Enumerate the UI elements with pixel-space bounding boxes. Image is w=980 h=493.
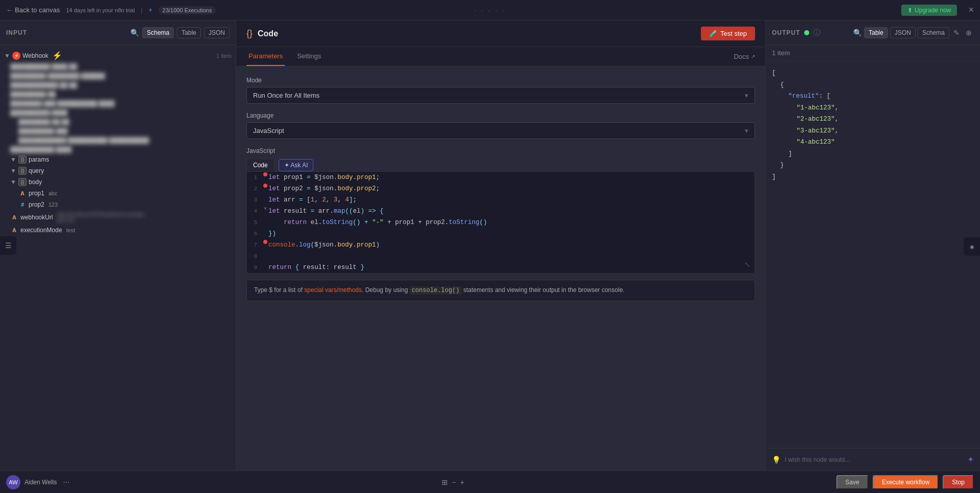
list-item: ██████████ ████ ██ xyxy=(0,62,236,71)
collapse-toggle[interactable]: ▼ xyxy=(10,167,16,174)
search-button[interactable]: 🔍 xyxy=(130,29,139,37)
language-select[interactable]: JavaScript ▾ xyxy=(246,122,755,139)
code-line-9: 9 return { result: result } xyxy=(247,262,755,273)
tree-node-label: webhookUrl xyxy=(20,214,53,221)
list-item: ████████████ ██ ██ xyxy=(0,80,236,89)
tab-parameters[interactable]: Parameters xyxy=(246,47,285,66)
tab-json[interactable]: JSON xyxy=(204,27,230,38)
special-vars-link[interactable]: special vars/methods xyxy=(304,286,362,294)
code-title: Code xyxy=(258,29,278,38)
error-indicator xyxy=(263,172,267,176)
input-title: INPUT xyxy=(6,29,27,36)
pin-output-button[interactable]: ⊕ xyxy=(964,28,974,38)
ai-sparkle-button[interactable]: ✦ xyxy=(967,455,974,464)
upgrade-label: Upgrade now xyxy=(915,7,951,14)
stop-button[interactable]: Stop xyxy=(943,475,974,489)
docs-link[interactable]: Docs ↗ xyxy=(734,53,755,60)
back-to-canvas-button[interactable]: ← Back to canvas xyxy=(6,6,60,14)
output-tabs: 🔍 Table JSON Schema ✎ ⊕ xyxy=(853,27,974,38)
str-icon: A xyxy=(10,226,18,234)
error-indicator xyxy=(263,240,267,244)
left-side-icons: ☰ xyxy=(0,236,16,255)
upgrade-button[interactable]: ⬆ Upgrade now xyxy=(901,5,957,16)
input-panel: INPUT 🔍 Schema Table JSON ▼ ⚡ Webhook ⚡ … xyxy=(0,20,236,470)
executions-badge: 23/1000 Executions xyxy=(158,6,216,14)
top-bar-left: ← Back to canvas 14 days left in your n8… xyxy=(6,6,216,14)
code-tabs: Parameters Settings Docs ↗ xyxy=(236,47,765,66)
console-log-code: console.log() xyxy=(409,286,462,295)
hint-text-before: Type $ for a list of xyxy=(254,286,304,294)
more-options-button[interactable]: ··· xyxy=(63,478,70,487)
test-step-label: Test step xyxy=(720,30,747,37)
list-item: █████████ ██ xyxy=(0,89,236,99)
right-side-icons: ◉ xyxy=(964,237,980,256)
tree-node-value: 123 xyxy=(49,201,58,208)
tree-node-label: prop2 xyxy=(29,201,44,208)
list-item: ██████████ ████ xyxy=(0,108,236,117)
side-icon-1[interactable]: ☰ xyxy=(2,239,14,252)
bottom-left: AW Aiden Wells ··· xyxy=(6,475,70,489)
tab-code-inner[interactable]: Code xyxy=(246,159,275,171)
input-panel-actions: 🔍 Schema Table JSON xyxy=(130,27,230,38)
top-bar: ← Back to canvas 14 days left in your n8… xyxy=(0,0,980,20)
input-panel-header: INPUT 🔍 Schema Table JSON xyxy=(0,20,236,45)
list-item: A webhookUrl http://localhost:5678/webho… xyxy=(0,210,236,225)
tab-schema[interactable]: Schema xyxy=(142,27,174,38)
language-value: JavaScript xyxy=(253,127,284,135)
list-item: A executionMode test xyxy=(0,225,236,236)
resize-handle[interactable]: ⤡ xyxy=(744,260,750,269)
bottom-center-actions: Save Execute workflow Stop xyxy=(836,475,974,489)
close-button[interactable]: × xyxy=(968,5,974,15)
save-button[interactable]: Save xyxy=(836,475,869,489)
back-label: Back to canvas xyxy=(15,6,60,14)
chevron-down-icon: ▾ xyxy=(745,92,748,99)
mode-select[interactable]: Run Once for All Items ▾ xyxy=(246,87,755,104)
error-indicator xyxy=(263,184,267,188)
zoom-out-button[interactable]: − xyxy=(452,478,456,486)
list-item: ████████████ ██████████ ██████████ xyxy=(0,136,236,145)
code-inner-tabs: Code xyxy=(246,159,275,171)
ask-ai-button[interactable]: ✦ Ask AI xyxy=(279,159,314,171)
list-item[interactable]: ▼ ⚡ Webhook ⚡ 1 item xyxy=(0,49,236,62)
code-line-7: 7 console.log($json.body.prop1) xyxy=(247,239,755,251)
language-label: Language xyxy=(246,112,755,119)
plus-button[interactable]: + xyxy=(149,7,152,14)
mode-label: Mode xyxy=(246,77,755,84)
list-item: █████████ ████████ ██████ xyxy=(0,71,236,80)
list-item[interactable]: ▼ {} query xyxy=(0,165,236,176)
num-icon: # xyxy=(18,200,27,209)
code-node-panel: {} Code 🧪 Test step Parameters Settings … xyxy=(236,20,765,470)
fit-to-screen-button[interactable]: ⊞ xyxy=(442,478,448,486)
trial-badge: 14 days left in your n8n trial xyxy=(66,7,135,13)
input-tree: ▼ ⚡ Webhook ⚡ 1 item ██████████ ████ ██ … xyxy=(0,45,236,470)
side-icon-right[interactable]: ◉ xyxy=(966,240,978,253)
code-line-4: 4 ▼ let result = arr.map((el) => { xyxy=(247,206,755,217)
output-tab-table[interactable]: Table xyxy=(864,27,888,38)
wish-input[interactable]: I wish this node would... xyxy=(785,456,963,463)
info-icon[interactable]: ⓘ xyxy=(813,28,821,37)
search-button[interactable]: 🔍 xyxy=(853,29,862,37)
list-item[interactable]: ▼ {} params xyxy=(0,154,236,165)
code-line-2: 2 let prop2 = $json.body.prop2; xyxy=(247,183,755,194)
tab-table[interactable]: Table xyxy=(177,27,201,38)
tree-node-label: query xyxy=(29,167,44,174)
execute-workflow-button[interactable]: Execute workflow xyxy=(873,475,939,489)
list-item: # prop2 123 xyxy=(0,199,236,210)
output-tab-schema[interactable]: Schema xyxy=(918,27,949,38)
collapse-toggle[interactable]: ▼ xyxy=(10,156,16,163)
code-line-8: 8 xyxy=(247,251,755,262)
code-line-5: 5 return el.toString() + "-" + prop1 + p… xyxy=(247,217,755,228)
collapse-toggle[interactable]: ▼ xyxy=(4,52,10,59)
code-editor[interactable]: 1 let prop1 = $json.body.prop1; 2 let pr… xyxy=(246,171,755,274)
test-step-button[interactable]: 🧪 Test step xyxy=(701,27,755,40)
collapse-toggle[interactable]: ▼ xyxy=(10,178,16,186)
list-item: ███████████ ████ xyxy=(0,145,236,154)
webhook-icon: ⚡ xyxy=(12,52,20,60)
success-indicator xyxy=(804,30,809,35)
tab-settings[interactable]: Settings xyxy=(295,47,323,66)
output-tab-json[interactable]: JSON xyxy=(890,27,916,38)
zoom-in-button[interactable]: + xyxy=(460,478,464,486)
tree-node-value: http://localhost:5678/webhook-test/abc-d… xyxy=(57,212,149,223)
list-item[interactable]: ▼ {} body xyxy=(0,176,236,188)
edit-output-button[interactable]: ✎ xyxy=(951,28,962,38)
